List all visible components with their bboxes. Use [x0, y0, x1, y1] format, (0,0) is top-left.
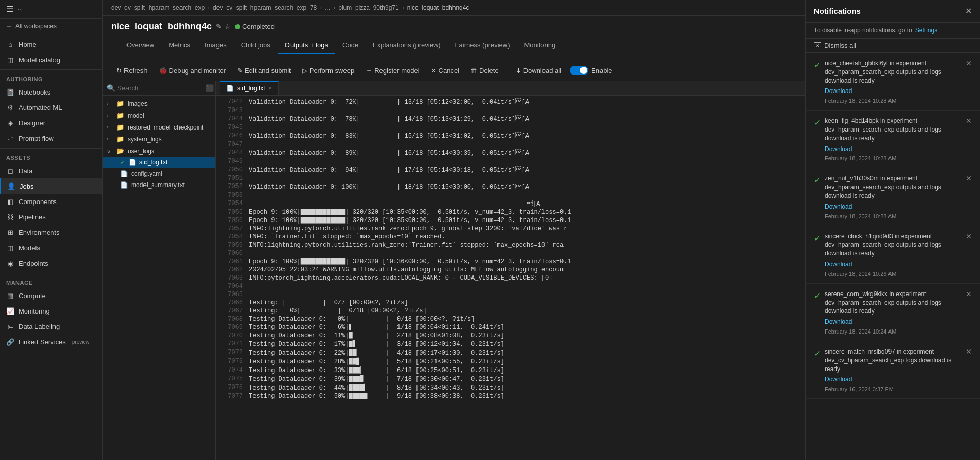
job-title-actions: ✎ ☆	[216, 23, 231, 30]
sidebar-item-monitoring[interactable]: 📈 Monitoring	[0, 303, 102, 319]
enable-toggle[interactable]	[570, 66, 588, 75]
breadcrumb-exp-link[interactable]: dev_cv_split_hparam_search_exp	[111, 4, 205, 11]
line-content: Validation DataLoader 0: 94%| | 17/18 [0…	[249, 166, 529, 174]
breadcrumb-plum-link[interactable]: plum_pizza_90th9g71	[338, 4, 398, 11]
enable-label: Enable	[591, 67, 612, 75]
home-icon: ⌂	[6, 40, 14, 48]
notif-download-link[interactable]: Download	[825, 318, 961, 326]
edit-submit-button[interactable]: ✎ Edit and submit	[232, 64, 296, 77]
sidebar-item-data[interactable]: ◻ Data	[0, 163, 102, 178]
debug-monitor-button[interactable]: 🐞 Debug and monitor	[154, 64, 231, 77]
notif-download-link[interactable]: Download	[825, 375, 961, 384]
line-content: INFO:pytorch_lightning.accelerators.cuda…	[249, 274, 553, 282]
sidebar-item-pipelines[interactable]: ⛓ Pipelines	[0, 209, 102, 225]
notif-body: serene_corn_wkg9klkx in experiment dev_h…	[825, 290, 961, 335]
breadcrumb-sep-4: ›	[402, 4, 404, 11]
edit-icon[interactable]: ✎	[216, 23, 222, 30]
sidebar-item-environments[interactable]: ⊞ Environments	[0, 225, 102, 240]
register-model-button[interactable]: ＋ Register model	[360, 63, 424, 78]
tree-item-model[interactable]: › 📁 model	[103, 109, 215, 121]
sidebar-item-home[interactable]: ⌂ Home	[0, 36, 102, 52]
notif-download-link[interactable]: Download	[825, 87, 961, 96]
cancel-button[interactable]: ✕ Cancel	[426, 64, 464, 77]
tab-fairness[interactable]: Fairness (preview)	[448, 37, 517, 54]
close-icon[interactable]: ×	[268, 85, 272, 92]
sidebar-item-compute[interactable]: ▦ Compute	[0, 288, 102, 303]
dismiss-all-button[interactable]: ✕ Dismiss all	[806, 39, 980, 53]
notif-download-link[interactable]: Download	[825, 203, 961, 211]
tab-child-jobs[interactable]: Child jobs	[234, 37, 278, 54]
perform-sweep-button[interactable]: ▷ Perform sweep	[297, 64, 359, 77]
tab-images[interactable]: Images	[197, 37, 234, 54]
notif-body: sincere_clock_h1qnd9d3 in experiment dev…	[825, 232, 961, 277]
notif-dismiss-icon[interactable]: ✕	[966, 117, 972, 161]
sidebar-item-linked-services[interactable]: 🔗 Linked Services preview	[0, 334, 102, 349]
tree-item-restored[interactable]: › 📁 restored_model_checkpoint	[103, 121, 215, 133]
components-icon: ◧	[6, 197, 14, 206]
sidebar-item-components[interactable]: ◧ Components	[0, 194, 102, 209]
notif-check-icon: ✓	[814, 348, 821, 392]
notif-download-link[interactable]: Download	[825, 145, 961, 154]
file-tree-header: 🔍 ⬛	[103, 81, 215, 96]
menu-toggle-icon[interactable]: ☰	[6, 4, 13, 14]
log-content[interactable]: 7042Validation DataLoader 0: 72%| | 13/1…	[216, 96, 805, 460]
sidebar-item-designer[interactable]: ◈ Designer	[0, 115, 102, 131]
sidebar-item-label: Home	[19, 41, 37, 48]
tab-code[interactable]: Code	[335, 37, 366, 54]
notif-dismiss-icon[interactable]: ✕	[966, 347, 972, 392]
all-workspaces-link[interactable]: ← All workspaces	[0, 19, 102, 34]
sidebar-item-endpoints[interactable]: ◉ Endpoints	[0, 255, 102, 271]
breadcrumb-sep-3: ›	[333, 4, 335, 11]
tab-outputs-logs[interactable]: Outputs + logs	[278, 37, 335, 54]
notif-settings-link[interactable]: Settings	[915, 27, 937, 34]
notif-download-link[interactable]: Download	[825, 260, 961, 269]
notif-text: keen_fig_4bd14bpk in experiment dev_hpar…	[825, 117, 961, 153]
sidebar-item-automated-ml[interactable]: ⚙ Automated ML	[0, 100, 102, 115]
notif-time: February 18, 2024 10:28 AM	[825, 155, 961, 161]
sidebar-item-models[interactable]: ◫ Models	[0, 240, 102, 255]
tree-item-model-summary[interactable]: 📄 model_summary.txt	[103, 179, 215, 191]
tree-item-images[interactable]: › 📁 images	[103, 98, 215, 109]
refresh-button[interactable]: ↻ Refresh	[111, 64, 153, 77]
jobs-icon: 👤	[7, 182, 15, 190]
notif-close-button[interactable]: ✕	[965, 6, 972, 16]
line-number: 7042	[222, 98, 243, 106]
sidebar-item-label: Jobs	[20, 182, 33, 190]
log-line: 7057INFO:lightning.pytorch.utilities.ran…	[216, 225, 805, 233]
sweep-icon: ▷	[302, 67, 307, 75]
main-content: dev_cv_split_hparam_search_exp › dev_cv_…	[103, 0, 805, 460]
line-number: 7063	[222, 274, 243, 282]
sidebar-item-data-labeling[interactable]: 🏷 Data Labeling	[0, 319, 102, 334]
download-all-button[interactable]: ⬇ Download all	[511, 64, 567, 77]
breadcrumb-ellipsis[interactable]: ...	[325, 4, 330, 11]
job-title: nice_loquat_bdhhnq4c	[111, 21, 212, 32]
status-dot	[235, 24, 240, 29]
tree-item-user-logs[interactable]: ∨ 📂 user_logs	[103, 145, 215, 157]
tab-explanations[interactable]: Explanations (preview)	[366, 37, 448, 54]
file-tree-search-input[interactable]	[117, 84, 204, 92]
sidebar-item-model-catalog[interactable]: ◫ Model catalog	[0, 52, 102, 67]
notif-dismiss-icon[interactable]: ✕	[966, 232, 972, 277]
sidebar-item-prompt-flow[interactable]: ⇌ Prompt flow	[0, 131, 102, 146]
line-number: 7053	[222, 192, 243, 199]
tree-item-system-logs[interactable]: › 📁 system_logs	[103, 133, 215, 145]
models-icon: ◫	[6, 244, 14, 252]
delete-button[interactable]: 🗑 Delete	[465, 64, 504, 77]
line-content: Testing DataLoader 0: 33%|███▎ | 6/18 [0…	[249, 366, 504, 374]
tab-metrics[interactable]: Metrics	[161, 37, 197, 54]
job-tabs: Overview Metrics Images Child jobs Outpu…	[111, 37, 797, 54]
star-icon[interactable]: ☆	[225, 23, 231, 30]
tree-item-std-log[interactable]: ✓ 📄 std_log.txt	[103, 157, 215, 168]
breadcrumb-exp78-link[interactable]: dev_cv_split_hparam_search_exp_78	[213, 4, 317, 11]
notif-dismiss-icon[interactable]: ✕	[966, 290, 972, 335]
notif-dismiss-icon[interactable]: ✕	[966, 174, 972, 219]
tree-item-config[interactable]: 📄 config.yaml	[103, 168, 215, 179]
notif-dismiss-icon[interactable]: ✕	[966, 59, 972, 104]
sidebar-item-notebooks[interactable]: 📓 Notebooks	[0, 84, 102, 100]
collapse-icon[interactable]: ⬛	[206, 84, 214, 92]
sidebar-item-jobs[interactable]: 👤 Jobs	[0, 178, 102, 194]
log-tab-std-log[interactable]: 📄 std_log.txt ×	[220, 81, 279, 95]
tab-monitoring[interactable]: Monitoring	[517, 37, 563, 54]
tab-overview[interactable]: Overview	[119, 37, 161, 54]
log-line: 70622024/02/05 22:03:24 WARNING mlflow.u…	[216, 266, 805, 274]
